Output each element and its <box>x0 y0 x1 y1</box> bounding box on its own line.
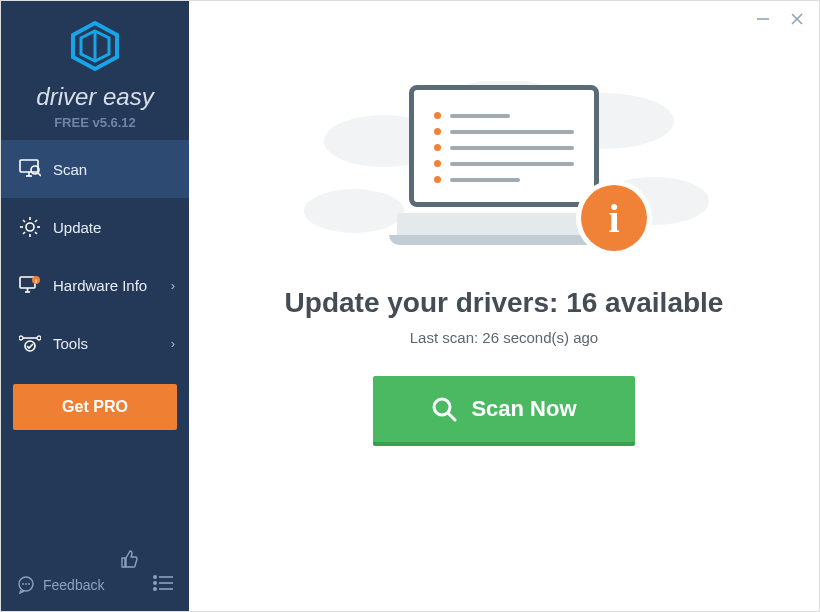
get-pro-button[interactable]: Get PRO <box>13 384 177 430</box>
svg-point-25 <box>25 583 27 585</box>
svg-line-7 <box>38 173 41 176</box>
brand-logo-icon <box>68 19 122 73</box>
tools-icon <box>19 332 41 354</box>
nav: Scan Update i Hardware Info › Tools <box>1 140 189 372</box>
minimize-button[interactable] <box>755 11 771 27</box>
svg-line-14 <box>35 232 37 234</box>
svg-line-15 <box>35 220 37 222</box>
thumbs-up-icon[interactable] <box>119 549 139 573</box>
get-pro-label: Get PRO <box>62 398 128 415</box>
nav-label: Hardware Info <box>53 277 147 294</box>
svg-point-29 <box>154 582 156 584</box>
brand-block: driver easy FREE v5.6.12 <box>1 1 189 140</box>
svg-point-24 <box>22 583 24 585</box>
svg-line-16 <box>23 232 25 234</box>
svg-point-8 <box>26 223 34 231</box>
nav-item-scan[interactable]: Scan <box>1 140 189 198</box>
svg-line-13 <box>23 220 25 222</box>
laptop-illustration: i <box>389 85 619 245</box>
gear-icon <box>19 216 41 238</box>
svg-point-27 <box>154 576 156 578</box>
info-badge-icon: i <box>581 185 647 251</box>
main-panel: i Update your drivers: 16 available Last… <box>189 1 819 611</box>
magnify-icon <box>431 396 457 422</box>
close-button[interactable] <box>789 11 805 27</box>
brand-name: driver easy <box>1 83 189 111</box>
scan-button-label: Scan Now <box>471 396 576 422</box>
nav-label: Scan <box>53 161 87 178</box>
scan-now-button[interactable]: Scan Now <box>373 376 634 446</box>
svg-point-31 <box>154 588 156 590</box>
main-heading: Update your drivers: 16 available <box>285 287 724 319</box>
svg-point-26 <box>28 583 30 585</box>
list-menu-icon[interactable] <box>153 575 173 595</box>
chevron-right-icon: › <box>171 336 175 351</box>
brand-version: FREE v5.6.12 <box>1 115 189 130</box>
scan-monitor-icon <box>19 158 41 180</box>
feedback-label: Feedback <box>43 577 104 593</box>
nav-item-tools[interactable]: Tools › <box>1 314 189 372</box>
nav-item-update[interactable]: Update <box>1 198 189 256</box>
chevron-right-icon: › <box>171 278 175 293</box>
svg-line-42 <box>448 413 455 420</box>
nav-item-hardware[interactable]: i Hardware Info › <box>1 256 189 314</box>
nav-label: Update <box>53 219 101 236</box>
chat-icon <box>17 576 35 594</box>
sidebar: driver easy FREE v5.6.12 Scan Update i <box>1 1 189 611</box>
feedback-button[interactable]: Feedback <box>17 576 104 594</box>
sidebar-footer: Feedback <box>1 559 189 611</box>
hardware-info-icon: i <box>19 274 41 296</box>
last-scan-text: Last scan: 26 second(s) ago <box>410 329 598 346</box>
nav-label: Tools <box>53 335 88 352</box>
